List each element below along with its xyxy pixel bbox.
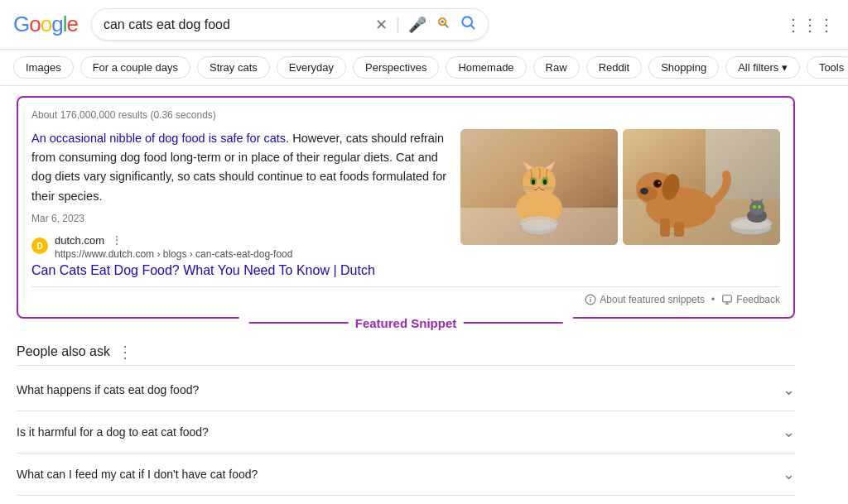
results-count: About 176,000,000 results (0.36 seconds) — [31, 109, 780, 121]
paa-question-1: What happens if cats eat dog food? — [17, 383, 199, 396]
svg-line-4 — [471, 26, 475, 29]
svg-point-16 — [532, 180, 535, 185]
svg-point-1 — [441, 21, 443, 23]
svg-point-32 — [640, 188, 648, 194]
microphone-icon[interactable]: 🎤 — [408, 16, 426, 34]
tab-for-a-couple-days[interactable]: For a couple days — [80, 56, 190, 79]
logo-letter-o1: o — [29, 12, 40, 37]
info-icon — [585, 294, 596, 305]
tab-images[interactable]: Images — [13, 56, 74, 79]
paa-chevron-1: ⌄ — [783, 381, 795, 399]
search-icon[interactable] — [460, 14, 476, 35]
divider-icon: | — [396, 15, 400, 34]
snippet-date: Mar 6, 2023 — [31, 213, 447, 224]
tab-all-filters[interactable]: All filters ▾ — [725, 56, 800, 79]
svg-line-2 — [446, 25, 448, 27]
paa-item-3[interactable]: What can I feed my cat if I don't have c… — [17, 454, 795, 496]
paa-question-3: What can I feed my cat if I don't have c… — [17, 468, 258, 481]
featured-snippet-container: About 176,000,000 results (0.36 seconds)… — [17, 96, 795, 319]
featured-label-line-left — [249, 322, 349, 324]
snippet-highlight-text: An occasional nibble of dog food is safe… — [31, 132, 289, 145]
svg-rect-38 — [674, 222, 684, 237]
paa-more-icon[interactable]: ⋮ — [117, 342, 133, 362]
paa-heading-text: People also ask — [17, 344, 110, 359]
logo-letter-g1: G — [13, 12, 29, 37]
snippet-text-area: An occasional nibble of dog food is safe… — [31, 129, 447, 278]
main-content: About 176,000,000 results (0.36 seconds)… — [0, 86, 812, 504]
about-snippets-label: About featured snippets — [600, 294, 705, 305]
svg-point-49 — [590, 296, 591, 297]
filter-tabs: Images For a couple days Stray cats Ever… — [0, 50, 848, 86]
search-input[interactable]: can cats eat dog food — [104, 17, 367, 32]
source-favicon: D — [31, 238, 48, 254]
apps-grid-icon[interactable]: ⋮⋮⋮ — [785, 15, 835, 35]
logo-letter-e: e — [66, 12, 77, 37]
featured-label-line-right — [463, 322, 562, 324]
feedback-button[interactable]: Feedback — [721, 294, 780, 305]
featured-snippet-label: Featured Snippet — [239, 316, 573, 330]
featured-snippet-box: About 176,000,000 results (0.36 seconds)… — [17, 96, 795, 319]
lens-icon[interactable] — [435, 14, 451, 35]
svg-rect-37 — [660, 218, 670, 237]
svg-point-42 — [749, 200, 764, 215]
people-also-ask-section: People also ask ⋮ What happens if cats e… — [17, 342, 795, 504]
snippet-content: An occasional nibble of dog food is safe… — [31, 129, 780, 278]
svg-point-45 — [753, 205, 756, 209]
feedback-icon — [721, 294, 733, 305]
svg-point-17 — [543, 180, 547, 185]
paa-question-2: Is it harmful for a dog to eat cat food? — [17, 425, 209, 439]
tab-raw[interactable]: Raw — [533, 56, 580, 79]
featured-snippet-label-text: Featured Snippet — [355, 316, 457, 330]
paa-chevron-2: ⌄ — [783, 423, 795, 441]
svg-rect-28 — [706, 129, 780, 199]
source-url: https://www.dutch.com › blogs › can-cats… — [55, 248, 292, 260]
tab-tools[interactable]: Tools — [807, 56, 848, 79]
search-bar[interactable]: can cats eat dog food ✕ | 🎤 — [91, 8, 489, 41]
footer-bullet: • — [711, 294, 715, 305]
header: G o o g l e can cats eat dog food ✕ | 🎤 … — [0, 0, 848, 50]
svg-point-9 — [523, 166, 556, 199]
paa-item-2[interactable]: Is it harmful for a dog to eat cat food?… — [17, 411, 795, 454]
tab-reddit[interactable]: Reddit — [586, 56, 643, 79]
svg-point-35 — [658, 182, 660, 184]
tab-stray-cats[interactable]: Stray cats — [197, 56, 270, 79]
svg-rect-50 — [723, 295, 732, 301]
snippet-source: D dutch.com ⋮ https://www.dutch.com › bl… — [31, 233, 447, 260]
svg-point-34 — [655, 181, 660, 186]
tab-everyday[interactable]: Everyday — [277, 56, 346, 79]
paa-item-1[interactable]: What happens if cats eat dog food? ⌄ — [17, 369, 795, 411]
logo-letter-g2: g — [51, 12, 62, 37]
google-logo: G o o g l e — [13, 12, 78, 37]
svg-point-31 — [638, 186, 658, 201]
clear-icon[interactable]: ✕ — [375, 16, 388, 34]
paa-chevron-3: ⌄ — [783, 465, 795, 483]
snippet-images — [460, 129, 780, 278]
tab-perspectives[interactable]: Perspectives — [353, 56, 439, 79]
about-featured-snippets-link[interactable]: About featured snippets — [585, 294, 705, 305]
tab-homemade[interactable]: Homemade — [446, 56, 526, 79]
source-name: dutch.com ⋮ — [55, 233, 292, 248]
paa-header: People also ask ⋮ — [17, 342, 795, 362]
paa-item-4[interactable]: Can dogs and cats eat the same food? ⌄ — [17, 496, 795, 504]
logo-letter-o2: o — [41, 12, 51, 37]
source-more-button[interactable]: ⋮ — [111, 233, 123, 247]
tab-shopping[interactable]: Shopping — [648, 56, 719, 79]
feedback-label: Feedback — [736, 294, 780, 305]
snippet-footer: About featured snippets • Feedback — [31, 286, 780, 305]
snippet-result-link[interactable]: Can Cats Eat Dog Food? What You Need To … — [31, 263, 447, 278]
svg-point-24 — [521, 217, 557, 230]
snippet-image-cat — [460, 129, 618, 245]
svg-point-46 — [758, 205, 761, 209]
snippet-image-dog-cat — [623, 129, 780, 245]
divider-top — [17, 365, 795, 366]
snippet-main-text: An occasional nibble of dog food is safe… — [31, 129, 447, 206]
